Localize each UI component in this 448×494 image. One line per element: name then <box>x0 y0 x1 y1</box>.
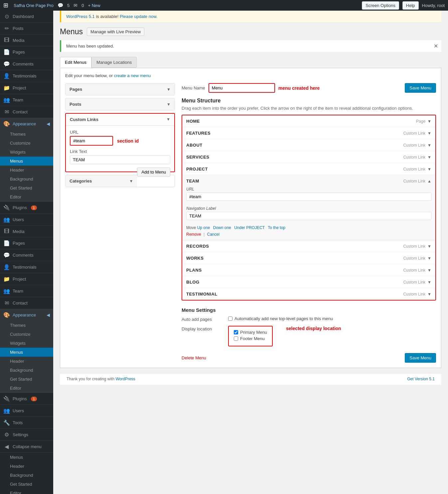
sidebar-item-pages-2[interactable]: 📄 Pages <box>0 237 53 249</box>
sidebar-label-header-standalone[interactable]: Header <box>0 462 53 471</box>
menu-item-services-arrow-icon[interactable]: ▼ <box>427 155 431 160</box>
sidebar-item-project-2[interactable]: 📁 Project <box>0 273 53 285</box>
sidebar-sub-customize-2[interactable]: Customize <box>0 330 53 339</box>
sidebar-item-project[interactable]: 📁 Project <box>0 82 53 94</box>
sidebar-item-plugins[interactable]: 🔌 Plugins 1 <box>0 202 53 213</box>
sidebar-sub-menus[interactable]: Menus <box>0 157 53 166</box>
footer-version-link[interactable]: Get Version 5.1 <box>407 377 435 381</box>
update-now-link[interactable]: Please update now. <box>120 14 157 19</box>
sidebar-sub-editor-2[interactable]: Editor <box>0 384 53 393</box>
sidebar-label-comments: Comments <box>13 62 34 66</box>
menu-item-records-type: Custom Link <box>403 244 425 249</box>
sidebar-item-testimonials[interactable]: 👤 Testimonials <box>0 70 53 82</box>
menu-item-about-arrow-icon[interactable]: ▼ <box>427 143 431 148</box>
link-text-input[interactable] <box>70 155 170 164</box>
footer-menu-checkbox[interactable] <box>234 336 238 341</box>
accordion-custom-links-header[interactable]: Custom Links ▲ <box>66 114 174 125</box>
sidebar-label-background-standalone[interactable]: Background <box>0 471 53 480</box>
bottom-actions: Delete Menu Save Menu <box>182 353 436 363</box>
sidebar-sub-themes-2[interactable]: Themes <box>0 321 53 330</box>
create-new-menu-link[interactable]: create a new menu <box>114 73 151 78</box>
menu-name-input[interactable] <box>209 83 275 93</box>
sidebar-sub-get-started[interactable]: Get Started <box>0 184 53 192</box>
move-up-one-link[interactable]: Up one <box>197 225 210 230</box>
sidebar-label-appearance-2: Appearance <box>13 312 36 317</box>
menu-item-blog-arrow-icon[interactable]: ▼ <box>427 280 431 285</box>
save-menu-button-bottom[interactable]: Save Menu <box>405 353 436 363</box>
cancel-link[interactable]: Cancel <box>207 232 220 237</box>
sidebar-sub-menus-2[interactable]: Menus <box>0 348 53 357</box>
menu-settings-title: Menu Settings <box>182 307 436 313</box>
sidebar-label-editor-standalone[interactable]: Editor <box>0 489 53 494</box>
sidebar-item-team[interactable]: 👥 Team <box>0 94 53 106</box>
help-button[interactable]: Help <box>402 1 419 10</box>
menu-item-records-arrow-icon[interactable]: ▼ <box>427 244 431 249</box>
menu-item-features-arrow-icon[interactable]: ▼ <box>427 131 431 136</box>
sidebar-item-appearance-2[interactable]: 🎨 Appearance ◀ <box>0 309 53 321</box>
accordion-posts-header[interactable]: Posts ▼ <box>66 98 175 110</box>
sidebar-item-contact[interactable]: ✉ Contact <box>0 106 53 118</box>
menu-item-home-arrow-icon[interactable]: ▼ <box>427 119 431 124</box>
sidebar-item-settings[interactable]: ⚙ Settings <box>0 429 53 440</box>
menu-item-project-arrow-icon[interactable]: ▼ <box>427 167 431 172</box>
expanded-url-input[interactable] <box>186 192 431 201</box>
new-item-button[interactable]: + New <box>88 3 100 8</box>
delete-menu-link[interactable]: Delete Menu <box>182 355 206 360</box>
sidebar-item-users-2[interactable]: 👥 Users <box>0 214 53 225</box>
sidebar-item-comments-2[interactable]: 💬 Comments <box>0 249 53 261</box>
sidebar-label-getstarted-standalone[interactable]: Get Started <box>0 480 53 489</box>
sidebar-sub-background[interactable]: Background <box>0 175 53 184</box>
auto-add-checkbox[interactable] <box>228 316 232 321</box>
sidebar-item-dashboard[interactable]: ⊙ Dashboard <box>0 11 53 22</box>
sidebar-item-contact-2[interactable]: ✉ Contact <box>0 297 53 309</box>
sidebar-sub-get-started-2[interactable]: Get Started <box>0 375 53 384</box>
sidebar-item-tools[interactable]: 🔧 Tools <box>0 417 53 429</box>
sidebar-item-posts[interactable]: ✏ Posts <box>0 23 53 34</box>
add-to-menu-button[interactable]: Add to Menu <box>137 168 170 177</box>
accordion-pages-header[interactable]: Pages ▼ <box>66 83 175 95</box>
menu-item-testimonial-arrow-icon[interactable]: ▼ <box>427 292 431 297</box>
sidebar-label-menus-standalone[interactable]: Menus <box>0 453 53 462</box>
sidebar-sub-editor[interactable]: Editor <box>0 192 53 201</box>
move-to-top-link[interactable]: To the top <box>268 225 285 230</box>
sidebar-sub-widgets[interactable]: Widgets <box>0 148 53 157</box>
sidebar-sub-customize[interactable]: Customize <box>0 139 53 148</box>
sidebar-item-testimonials-2[interactable]: 👤 Testimonials <box>0 261 53 273</box>
sidebar-item-users-3[interactable]: 👥 Users <box>0 405 53 417</box>
sidebar-sub-header-2[interactable]: Header <box>0 357 53 366</box>
sidebar-sub-header[interactable]: Header <box>0 166 53 175</box>
primary-menu-checkbox[interactable] <box>234 330 238 334</box>
menu-item-works-arrow-icon[interactable]: ▼ <box>427 256 431 261</box>
screen-options-button[interactable]: Screen Options <box>362 1 399 10</box>
expanded-team-arrow-icon[interactable]: ▲ <box>427 179 431 184</box>
sidebar-item-media[interactable]: 🎞 Media <box>0 35 53 46</box>
menu-item-blog-type: Custom Link <box>403 280 425 285</box>
live-preview-button[interactable]: Manage with Live Preview <box>87 28 144 36</box>
expanded-nav-input[interactable] <box>186 212 431 220</box>
sidebar-item-collapse[interactable]: ◀ Collapse menu <box>0 441 53 452</box>
sidebar-item-plugins-2[interactable]: 🔌 Plugins 1 <box>0 393 53 405</box>
accordion-categories-header[interactable]: Categories ▼ <box>66 175 137 187</box>
sidebar-label-plugins: Plugins <box>13 205 27 210</box>
move-label: Move <box>186 225 196 230</box>
sidebar-item-appearance[interactable]: 🎨 Appearance ◀ <box>0 118 53 130</box>
tab-manage-locations[interactable]: Manage Locations <box>91 57 137 68</box>
sidebar-item-pages[interactable]: 📄 Pages <box>0 46 53 58</box>
wordpress-version-link[interactable]: WordPress 5.1 <box>66 14 95 19</box>
sidebar-sub-themes[interactable]: Themes <box>0 130 53 139</box>
menu-item-plans-arrow-icon[interactable]: ▼ <box>427 268 431 273</box>
footer-wordpress-link[interactable]: WordPress <box>115 377 135 381</box>
move-down-one-link[interactable]: Down one <box>213 225 231 230</box>
sidebar-item-comments[interactable]: 💬 Comments <box>0 58 53 70</box>
sidebar-item-team-2[interactable]: 👥 Team <box>0 285 53 297</box>
sidebar-item-media-2[interactable]: 🎞 Media <box>0 226 53 237</box>
close-notice-button[interactable]: ✕ <box>434 43 438 49</box>
url-input[interactable] <box>70 136 113 146</box>
site-name[interactable]: Safha One Page Pro <box>14 3 54 8</box>
tab-edit-menus[interactable]: Edit Menus <box>60 57 91 68</box>
sidebar-sub-widgets-2[interactable]: Widgets <box>0 339 53 348</box>
move-under-project-link[interactable]: Under PROJECT <box>234 225 265 230</box>
remove-link[interactable]: Remove <box>186 232 201 237</box>
save-menu-button-top[interactable]: Save Menu <box>405 83 436 93</box>
sidebar-sub-background-2[interactable]: Background <box>0 366 53 375</box>
